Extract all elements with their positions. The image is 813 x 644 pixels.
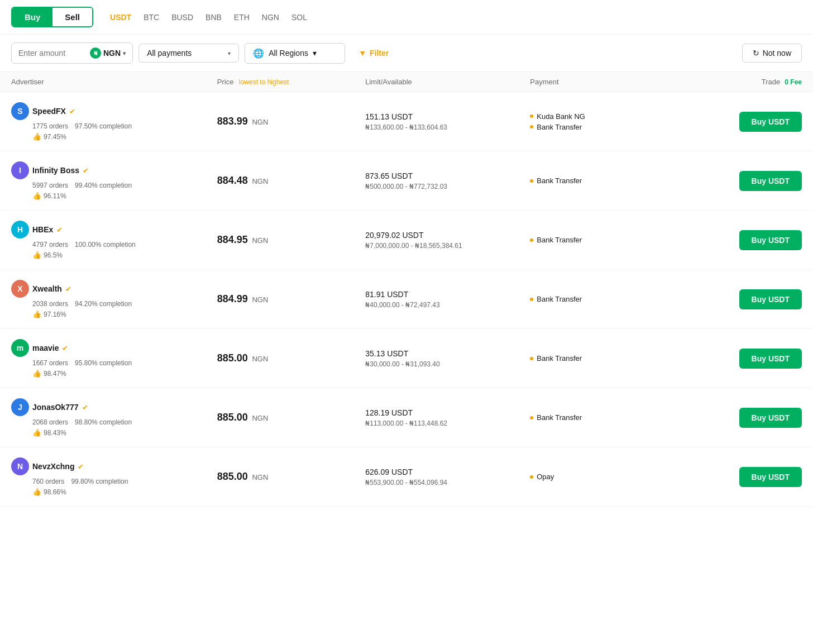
payment-column: Bank Transfer <box>530 354 678 362</box>
advertiser-name[interactable]: NevzXchng <box>32 462 74 471</box>
buy-usdt-button[interactable]: Buy USDT <box>739 171 802 191</box>
filter-icon: ▼ <box>358 49 366 58</box>
price-currency: NGN <box>250 118 269 126</box>
payment-dot <box>530 179 533 183</box>
orders-count: 5997 orders <box>32 182 68 189</box>
limit-column: 151.13 USDT ₦133,600.00 - ₦133,604.63 <box>365 112 530 131</box>
advertiser-name[interactable]: Xwealth <box>32 284 62 293</box>
thumbs-up-icon: 👍 <box>32 251 41 259</box>
like-percent: 98.47% <box>44 370 66 378</box>
payment-item: Bank Transfer <box>530 176 678 185</box>
tab-usdt[interactable]: USDT <box>109 9 132 25</box>
limit-usdt: 873.65 USDT <box>365 171 530 180</box>
payment-name: Bank Transfer <box>537 236 582 244</box>
payment-item: Bank Transfer <box>530 295 678 303</box>
not-now-button[interactable]: ↻ Not now <box>742 44 802 63</box>
filter-label: Filter <box>370 49 389 58</box>
buy-usdt-button[interactable]: Buy USDT <box>739 289 802 309</box>
thumbs-up-icon: 👍 <box>32 369 41 378</box>
like-row: 👍 97.45% <box>11 132 217 141</box>
table-row: m maavie ✔ 1667 orders 95.80% completion… <box>0 329 813 388</box>
price-currency: NGN <box>250 355 269 363</box>
payment-column: Kuda Bank NG Bank Transfer <box>530 112 678 131</box>
currency-badge[interactable]: ₦ NGN ▾ <box>90 47 126 59</box>
trade-column: Buy USDT <box>678 349 802 369</box>
completion-rate: 99.80% completion <box>71 478 128 485</box>
price-column: 884.48 NGN <box>217 175 366 187</box>
limit-column: 626.09 USDT ₦553,900.00 - ₦554,096.94 <box>365 468 530 486</box>
refresh-icon: ↻ <box>753 49 759 58</box>
advertiser-name-row: N NevzXchng ✔ <box>11 457 217 475</box>
advertiser-info: H HBEx ✔ 4797 orders 100.00% completion … <box>11 221 217 259</box>
tab-sol[interactable]: SOL <box>290 9 308 25</box>
payment-name: Bank Transfer <box>537 295 582 303</box>
limit-ngn: ₦553,900.00 - ₦554,096.94 <box>365 479 530 486</box>
advertiser-name[interactable]: Infinity Boss <box>32 166 79 175</box>
regions-select[interactable]: 🌐 All Regions ▾ <box>245 43 345 64</box>
buy-button[interactable]: Buy <box>12 8 52 26</box>
filter-button[interactable]: ▼ Filter <box>351 44 396 62</box>
tab-ngn[interactable]: NGN <box>261 9 280 25</box>
advertiser-name[interactable]: HBEx <box>32 225 53 234</box>
limit-ngn: ₦30,000.00 - ₦31,093.40 <box>365 360 530 368</box>
payment-name: Bank Transfer <box>537 413 582 422</box>
payment-item: Bank Transfer <box>530 413 678 422</box>
amount-input[interactable] <box>18 49 85 58</box>
advertiser-name[interactable]: JonasOk777 <box>32 403 79 412</box>
limit-column: 128.19 USDT ₦113,000.00 - ₦113,448.62 <box>365 408 530 427</box>
price-sort-label: lowest to highest <box>239 78 289 86</box>
price-currency: NGN <box>250 414 269 422</box>
zero-fee-badge: 0 Fee <box>785 78 802 86</box>
buy-usdt-button[interactable]: Buy USDT <box>739 408 802 428</box>
buy-usdt-button[interactable]: Buy USDT <box>739 467 802 487</box>
like-percent: 97.45% <box>44 133 66 141</box>
table-header: Advertiser Price lowest to highest Limit… <box>0 72 813 92</box>
verified-icon: ✔ <box>82 403 88 412</box>
trade-column: Buy USDT <box>678 171 802 191</box>
advertiser-name[interactable]: SpeedFX <box>32 107 66 116</box>
sell-button[interactable]: Sell <box>52 8 92 26</box>
avatar: H <box>11 221 29 238</box>
ngn-icon: ₦ <box>90 47 101 59</box>
price-value: 885.00 NGN <box>217 471 366 483</box>
tab-eth[interactable]: ETH <box>233 9 251 25</box>
like-row: 👍 98.66% <box>11 488 217 496</box>
price-column: 885.00 NGN <box>217 471 366 483</box>
header-price[interactable]: Price lowest to highest <box>217 78 366 86</box>
like-percent: 97.16% <box>44 311 66 318</box>
payment-item: Bank Transfer <box>530 123 678 131</box>
price-value: 884.99 NGN <box>217 293 366 305</box>
header-advertiser: Advertiser <box>11 78 217 86</box>
buy-sell-toggle: Buy Sell <box>11 7 93 27</box>
payments-dropdown[interactable]: All payments ▾ <box>138 44 239 63</box>
advertiser-name[interactable]: maavie <box>32 344 59 352</box>
amount-input-wrap: ₦ NGN ▾ <box>11 42 133 64</box>
limit-ngn: ₦113,000.00 - ₦113,448.62 <box>365 419 530 427</box>
limit-column: 81.91 USDT ₦40,000.00 - ₦72,497.43 <box>365 290 530 309</box>
thumbs-up-icon: 👍 <box>32 192 41 200</box>
regions-dropdown[interactable]: 🌐 All Regions ▾ <box>245 43 345 64</box>
like-row: 👍 97.16% <box>11 310 217 318</box>
limit-column: 20,979.02 USDT ₦7,000,000.00 - ₦18,565,3… <box>365 231 530 250</box>
advertiser-name-row: X Xwealth ✔ <box>11 280 217 298</box>
table-row: I Infinity Boss ✔ 5997 orders 99.40% com… <box>0 151 813 211</box>
buy-usdt-button[interactable]: Buy USDT <box>739 349 802 369</box>
orders-count: 4797 orders <box>32 241 68 249</box>
advertiser-info: S SpeedFX ✔ 1775 orders 97.50% completio… <box>11 102 217 141</box>
payment-column: Opay <box>530 473 678 481</box>
tab-busd[interactable]: BUSD <box>170 9 194 25</box>
payments-select[interactable]: All payments ▾ <box>138 44 239 63</box>
payment-dot <box>530 115 533 118</box>
trade-column: Buy USDT <box>678 289 802 309</box>
orders-count: 2068 orders <box>32 418 68 426</box>
tab-btc[interactable]: BTC <box>142 9 160 25</box>
buy-usdt-button[interactable]: Buy USDT <box>739 230 802 250</box>
globe-icon: 🌐 <box>253 48 264 59</box>
like-percent: 98.43% <box>44 429 66 437</box>
limit-ngn: ₦40,000.00 - ₦72,497.43 <box>365 301 530 309</box>
verified-icon: ✔ <box>83 166 89 175</box>
tab-bnb[interactable]: BNB <box>204 9 223 25</box>
completion-rate: 95.80% completion <box>75 359 132 367</box>
buy-usdt-button[interactable]: Buy USDT <box>739 112 802 132</box>
avatar: N <box>11 457 29 475</box>
